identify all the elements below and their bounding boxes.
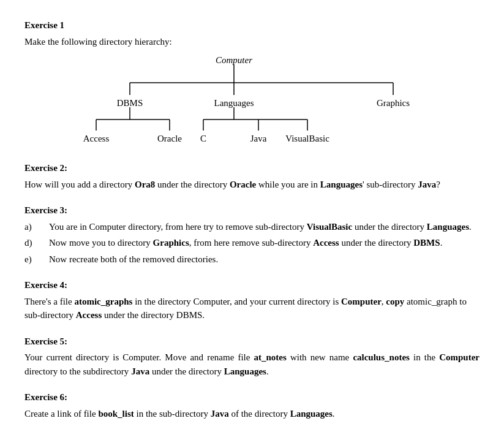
tree-visualbasic-label: VisualBasic [285,134,329,143]
exercise2-block: Exercise 2: How will you add a directory… [24,161,480,191]
exercise6-title-line: Exercise 6: [24,390,480,404]
exercise5-calculus-notes: calculus_notes [353,352,410,362]
exercise3-bold-access: Access [313,238,339,248]
exercise5-computer: Computer [439,352,480,362]
exercise3-letter-e: e) [24,252,49,267]
exercise3-text-d: Now move you to directory Graphics, from… [49,236,480,250]
exercise3-item-a: a) You are in Computer directory, from h… [24,220,480,234]
exercise5-at-notes: at_notes [254,352,287,362]
exercise3-letter-d: d) [24,236,49,250]
exercise3-title-line: Exercise 3: [24,203,480,218]
exercise3-text-a: You are in Computer directory, from here… [49,220,480,234]
exercise3-item-e: e) Now recreate both of the removed dire… [24,252,480,267]
exercise1-block: Exercise 1 Make the following directory … [24,18,480,149]
exercise3-bold-dbms: DBMS [413,238,440,248]
exercise2-text3: while you are in [256,180,320,189]
tree-graphics-label: Graphics [376,98,409,108]
tree-access-label: Access [83,134,109,143]
exercise2-title: Exercise 2: [24,163,67,173]
exercise3-bold-visualbasic: VisualBasic [307,222,352,232]
exercise6-block: Exercise 6: Create a link of file book_l… [24,390,480,420]
exercise2-text1: How will you add a directory [24,180,135,189]
exercise3-block: Exercise 3: a) You are in Computer direc… [24,203,480,266]
exercise6-languages: Languages [290,409,333,419]
exercise5-languages: Languages [224,366,266,376]
exercise4-atomic-graphs: atomic_graphs [74,297,132,306]
exercise2-text5: ? [436,180,440,189]
exercise3-bold-graphics: Graphics [153,238,189,248]
exercise4-text: There's a file atomic_graphs in the dire… [24,295,480,322]
exercise5-block: Exercise 5: Your current directory is Co… [24,335,480,379]
exercise2-bold2: Oracle [230,180,256,189]
exercise1-title: Exercise 1 [24,18,480,32]
directory-tree: Computer DBMS Languages Graphics Access … [62,51,442,149]
exercise2-text2: under the directory [155,180,230,189]
exercise6-text: Create a link of file book_list in the s… [24,407,480,421]
exercise4-access: Access [76,310,102,320]
exercise3-item-d: d) Now move you to directory Graphics, f… [24,236,480,250]
exercise2-title-line: Exercise 2: [24,161,480,175]
tree-c-label: C [200,134,206,143]
exercise6-title: Exercise 6: [24,392,67,402]
tree-root-label: Computer [216,55,252,65]
exercise3-bold-languages: Languages [427,222,469,232]
exercise5-text: Your current directory is Computer. Move… [24,351,480,378]
exercise6-book-list: book_list [98,409,134,419]
exercise4-block: Exercise 4: There's a file atomic_graphs… [24,278,480,322]
exercise3-letter-a: a) [24,220,49,234]
exercise2-bold1: Ora8 [135,180,155,189]
exercise4-title-line: Exercise 4: [24,278,480,292]
exercise5-title: Exercise 5: [24,336,67,346]
tree-java-label: Java [250,134,266,143]
exercise1-instruction: Make the following directory hierarchy: [24,35,480,49]
exercise2-text: How will you add a directory Ora8 under … [24,178,480,192]
tree-oracle-label: Oracle [157,134,182,143]
exercise3-text-e: Now recreate both of the removed directo… [49,252,480,267]
exercise6-java: Java [211,409,229,419]
exercise4-computer: Computer [341,297,382,306]
tree-languages-label: Languages [214,98,254,108]
exercise5-title-line: Exercise 5: [24,335,480,349]
exercise3-title: Exercise 3: [24,205,67,215]
exercise2-text4: ' sub-directory [363,180,418,189]
tree-dbms-label: DBMS [116,98,143,108]
exercise4-title: Exercise 4: [24,280,67,290]
exercise4-copy: copy [386,297,404,306]
exercise2-bold4: Java [418,180,436,189]
exercise2-bold3: Languages [320,180,363,189]
exercise5-java: Java [131,366,149,376]
